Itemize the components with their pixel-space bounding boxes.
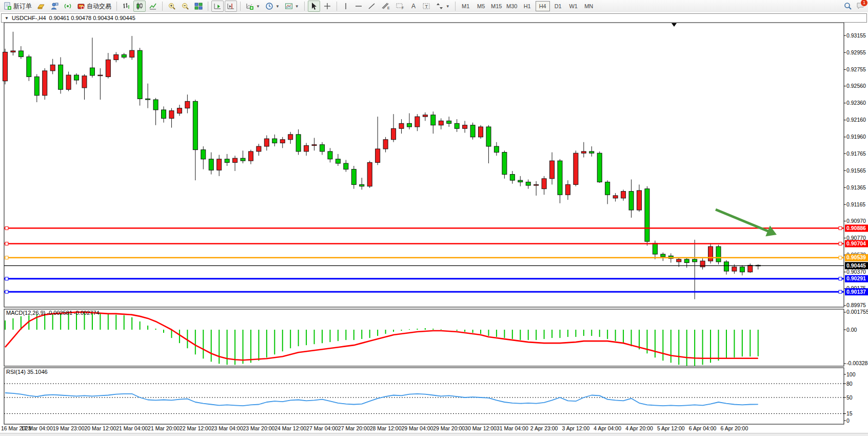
- macd-label: MACD(12,26,9) -0.002581 -0.002774: [6, 310, 100, 316]
- line-chart-button[interactable]: [147, 1, 159, 12]
- candle: [43, 71, 47, 96]
- candle: [653, 243, 657, 254]
- timeframe-h1-button[interactable]: H1: [520, 1, 535, 11]
- auto-trading-button[interactable]: 自动交易: [75, 1, 113, 12]
- candle: [526, 182, 530, 185]
- notifications-button[interactable]: 1: [856, 1, 865, 12]
- time-axis-label: 17 Mar 04:00: [21, 425, 53, 431]
- tile-windows-icon: [194, 2, 203, 10]
- svg-text:T: T: [425, 4, 428, 9]
- rsi-axis-label: 50: [846, 394, 853, 401]
- timeframe-d1-button[interactable]: D1: [551, 1, 565, 11]
- templates-dropdown-arrow[interactable]: ▼: [295, 4, 299, 9]
- signal-button[interactable]: [62, 1, 74, 12]
- timeframe-m30-button[interactable]: M30: [505, 1, 519, 11]
- auto-scroll-button[interactable]: [211, 1, 224, 12]
- chart-shift-button[interactable]: [225, 1, 237, 12]
- templates-button[interactable]: ▼: [283, 1, 301, 12]
- bar-chart-button[interactable]: [120, 1, 132, 12]
- horizontal-line-button[interactable]: [352, 1, 365, 12]
- trendline-icon: [368, 2, 376, 10]
- horizontal-line-icon: [354, 2, 363, 10]
- line-handle[interactable]: [5, 242, 8, 245]
- time-axis-label: 27 Mar 20:00: [338, 425, 370, 431]
- arrows-button[interactable]: ▼: [433, 1, 452, 12]
- timeframe-m5-button[interactable]: M5: [474, 1, 488, 11]
- new-order-button[interactable]: 新订单: [2, 1, 34, 12]
- indicators-dropdown-arrow[interactable]: ▼: [256, 4, 260, 9]
- periods-button[interactable]: ▼: [263, 1, 282, 12]
- gold-button[interactable]: [35, 1, 47, 12]
- vertical-line-icon: [342, 2, 349, 10]
- candle: [209, 159, 213, 170]
- timeframe-mn-button[interactable]: MN: [582, 1, 596, 11]
- candle: [470, 125, 475, 137]
- arrows-dropdown-arrow[interactable]: ▼: [446, 4, 450, 9]
- timeframe-m15-button[interactable]: M15: [489, 1, 504, 11]
- text-label-button[interactable]: T: [420, 1, 432, 12]
- vertical-line-button[interactable]: [340, 1, 351, 12]
- line-handle[interactable]: [5, 226, 8, 230]
- candle: [391, 128, 396, 139]
- time-axis-label: 4 Apr 04:00: [594, 425, 621, 431]
- search-icon[interactable]: [843, 2, 853, 11]
- crosshair-button[interactable]: [321, 1, 333, 12]
- candle: [621, 192, 626, 198]
- chart-symbol-title: USDCHF-,H4: [12, 15, 46, 21]
- candle: [257, 146, 261, 151]
- fibonacci-button[interactable]: E: [379, 1, 392, 12]
- zoom-in-button[interactable]: [166, 1, 178, 12]
- expert-advisor-button[interactable]: [48, 1, 61, 12]
- trendline-button[interactable]: [366, 1, 378, 12]
- price-axis-label: 0.91165: [846, 201, 865, 207]
- time-axis-label: 2 Apr 23:00: [530, 425, 558, 431]
- line-handle[interactable]: [839, 256, 842, 259]
- candle: [645, 189, 649, 242]
- candle: [288, 135, 293, 140]
- cursor-button[interactable]: [308, 1, 320, 12]
- text-label-icon: T: [422, 2, 430, 10]
- candle: [700, 261, 705, 267]
- candlestick-chart-button[interactable]: [133, 1, 146, 12]
- time-axis-label: 20 Mar 12:00: [84, 425, 116, 431]
- zoom-in-icon: [168, 2, 176, 10]
- indicators-button[interactable]: ▼: [244, 1, 262, 12]
- tile-windows-button[interactable]: [192, 1, 205, 12]
- chart-canvas[interactable]: 0.933500.931550.929550.927550.925600.923…: [0, 12, 868, 436]
- candle: [90, 68, 94, 75]
- line-handle[interactable]: [839, 226, 842, 230]
- candle: [550, 161, 555, 179]
- line-handle[interactable]: [5, 277, 8, 280]
- line-handle[interactable]: [839, 290, 842, 293]
- channel-button[interactable]: F: [393, 1, 407, 12]
- zoom-out-button[interactable]: [179, 1, 191, 12]
- time-axis-label: 29 Mar 04:00: [401, 425, 433, 431]
- candle: [74, 75, 79, 80]
- text-button[interactable]: A: [408, 1, 419, 12]
- candle: [304, 145, 309, 151]
- timeframe-h4-button[interactable]: H4: [536, 1, 550, 11]
- arrows-icon: [436, 2, 444, 10]
- candle: [185, 101, 190, 108]
- time-axis-label: 21 Mar 20:00: [148, 425, 180, 431]
- time-axis-label: 30 Mar 12:00: [465, 425, 497, 431]
- timeframe-m1-button[interactable]: M1: [459, 1, 473, 11]
- collapse-chart-icon[interactable]: ▼: [5, 16, 9, 21]
- candle: [296, 135, 301, 151]
- candle: [589, 151, 594, 153]
- candle: [114, 54, 119, 60]
- line-handle[interactable]: [5, 256, 8, 259]
- line-handle[interactable]: [839, 277, 842, 280]
- clock-icon: [265, 2, 273, 10]
- line-handle[interactable]: [5, 290, 8, 293]
- candle: [629, 192, 634, 210]
- line-handle[interactable]: [839, 242, 842, 245]
- time-axis-label: 3 Apr 12:00: [562, 425, 590, 431]
- periods-dropdown-arrow[interactable]: ▼: [275, 4, 280, 9]
- zoom-out-icon: [181, 2, 189, 10]
- price-line-badge-label: 0.90704: [846, 240, 866, 247]
- chart-ohlc-values: 0.90461 0.90478 0.90434 0.90445: [49, 15, 135, 21]
- timeframe-w1-button[interactable]: W1: [566, 1, 581, 11]
- candle: [565, 184, 570, 195]
- candle: [684, 259, 689, 263]
